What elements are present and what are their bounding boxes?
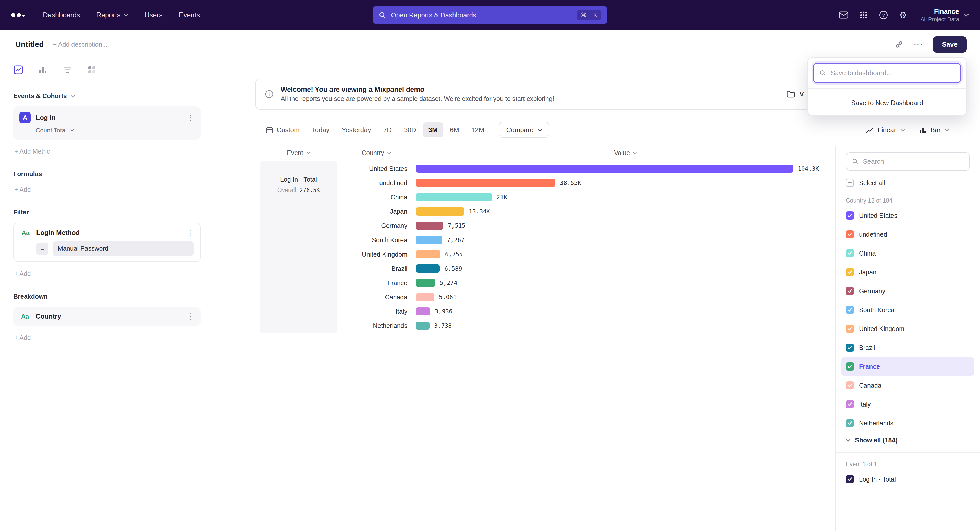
aggregation-selector[interactable]: Count Total	[36, 127, 194, 134]
bar[interactable]	[416, 250, 441, 258]
checkbox[interactable]	[846, 268, 854, 276]
add-filter-button[interactable]: + Add	[14, 270, 200, 277]
banner-action-button[interactable]: V	[786, 90, 804, 98]
save-button[interactable]: Save	[933, 36, 967, 52]
checkbox[interactable]	[846, 306, 854, 314]
checkbox[interactable]	[846, 249, 854, 257]
legend-search-input[interactable]	[863, 158, 964, 165]
apps-grid-icon[interactable]	[859, 11, 868, 19]
column-header-value-label: Value	[614, 149, 630, 157]
bar[interactable]	[416, 236, 442, 244]
range-button-7d[interactable]: 7D	[378, 122, 397, 138]
bar[interactable]	[416, 208, 464, 216]
project-switcher[interactable]: Finance All Project Data	[920, 7, 969, 23]
metric-card[interactable]: A Log In ⋮ Count Total	[13, 106, 200, 139]
bar[interactable]	[416, 322, 430, 330]
help-icon[interactable]: ?	[879, 11, 888, 20]
checkbox[interactable]	[846, 344, 854, 352]
add-breakdown-button[interactable]: + Add	[14, 334, 200, 341]
report-title[interactable]: Untitled	[15, 40, 44, 49]
legend-item[interactable]: China	[841, 244, 974, 263]
range-button-6m[interactable]: 6M	[444, 122, 465, 138]
show-all-button[interactable]: Show all (184)	[846, 437, 970, 444]
legend-search-box[interactable]	[846, 152, 970, 171]
tab-flows[interactable]	[62, 65, 73, 75]
event-series-cell[interactable]: Log In - Total Overall 276.5K	[260, 162, 337, 333]
checkbox[interactable]	[846, 230, 854, 238]
filter-value[interactable]: Manual Password	[52, 241, 194, 256]
column-header-country[interactable]: Country	[337, 149, 416, 157]
range-button-custom[interactable]: Custom	[260, 122, 305, 138]
legend-item[interactable]: Canada	[841, 376, 974, 395]
bar[interactable]	[416, 279, 435, 287]
legend-item[interactable]: United Kingdom	[841, 319, 974, 338]
breakdown-menu-icon[interactable]: ⋮	[187, 313, 194, 320]
messages-icon[interactable]	[839, 11, 848, 19]
events-section-title[interactable]: Events & Cohorts	[13, 92, 200, 100]
tab-insights[interactable]	[13, 65, 24, 75]
checkbox[interactable]	[846, 400, 854, 408]
dashboard-search-input[interactable]	[831, 69, 955, 77]
bar[interactable]	[416, 293, 434, 301]
breakdown-property-name[interactable]: Country	[36, 312, 61, 320]
settings-gear-icon[interactable]: ⚙	[899, 11, 907, 19]
legend-item[interactable]: South Korea	[841, 300, 974, 319]
checkbox[interactable]	[846, 381, 854, 390]
legend-item[interactable]: Brazil	[841, 338, 974, 357]
legend-item[interactable]: Italy	[841, 395, 974, 414]
compare-button[interactable]: Compare	[499, 122, 549, 138]
legend-item[interactable]: Germany	[841, 282, 974, 300]
column-header-value[interactable]: Value	[416, 149, 835, 157]
chart-type-selector[interactable]: Bar	[919, 126, 950, 134]
select-all-checkbox[interactable]	[846, 179, 854, 187]
checkbox[interactable]	[846, 362, 854, 371]
legend-item[interactable]: France	[841, 357, 974, 376]
select-all-row[interactable]: Select all	[846, 179, 970, 187]
bar-value-label: 5,274	[440, 279, 457, 286]
nav-dashboards[interactable]: Dashboards	[43, 11, 80, 19]
range-button-3m[interactable]: 3M	[423, 122, 443, 138]
filter-operator[interactable]: =	[36, 243, 48, 255]
add-description-field[interactable]: + Add description...	[53, 41, 107, 48]
bar[interactable]	[416, 222, 443, 230]
legend-item[interactable]: Japan	[841, 263, 974, 282]
tab-funnels[interactable]	[38, 65, 48, 75]
save-to-new-dashboard-option[interactable]: Save to New Dashboard	[813, 94, 961, 110]
filter-card[interactable]: Aa Login Method ⋮ = Manual Password	[13, 223, 200, 262]
bar[interactable]	[416, 308, 430, 315]
add-formula-button[interactable]: + Add	[14, 186, 200, 193]
column-header-event[interactable]: Event	[260, 149, 337, 157]
bar[interactable]	[416, 265, 440, 273]
legend-item[interactable]: Netherlands	[841, 414, 974, 433]
metric-menu-icon[interactable]: ⋮	[187, 114, 194, 121]
checkbox[interactable]	[846, 475, 854, 483]
range-button-30d[interactable]: 30D	[398, 122, 422, 138]
dashboard-search-box[interactable]	[813, 63, 961, 83]
legend-item[interactable]: undefined	[841, 225, 974, 244]
metric-name[interactable]: Log In	[36, 114, 56, 122]
nav-users[interactable]: Users	[145, 11, 162, 19]
copy-link-icon[interactable]	[895, 40, 903, 48]
checkbox[interactable]	[846, 419, 854, 427]
nav-events[interactable]: Events	[179, 11, 200, 19]
filter-property-name[interactable]: Login Method	[36, 229, 80, 237]
bar[interactable]	[416, 165, 793, 173]
checkbox[interactable]	[846, 325, 854, 333]
value-scale-selector[interactable]: Linear	[866, 126, 905, 134]
legend-item[interactable]: Log In - Total	[841, 470, 974, 489]
range-button-today[interactable]: Today	[306, 122, 335, 138]
nav-reports[interactable]: Reports	[97, 11, 128, 19]
bar[interactable]	[416, 179, 555, 187]
range-button-yesterday[interactable]: Yesterday	[336, 122, 377, 138]
global-search-button[interactable]: Open Reports & Dashboards ⌘ + K	[372, 6, 608, 24]
mixpanel-logo[interactable]	[11, 13, 24, 17]
range-button-12m[interactable]: 12M	[466, 122, 490, 138]
legend-item[interactable]: United States	[841, 206, 974, 225]
bar[interactable]	[416, 193, 492, 201]
tab-retention[interactable]	[87, 65, 97, 75]
checkbox[interactable]	[846, 211, 854, 220]
checkbox[interactable]	[846, 287, 854, 295]
breakdown-card[interactable]: Aa Country ⋮	[13, 307, 200, 326]
add-metric-button[interactable]: + Add Metric	[14, 148, 200, 155]
filter-menu-icon[interactable]: ⋮	[186, 229, 194, 237]
